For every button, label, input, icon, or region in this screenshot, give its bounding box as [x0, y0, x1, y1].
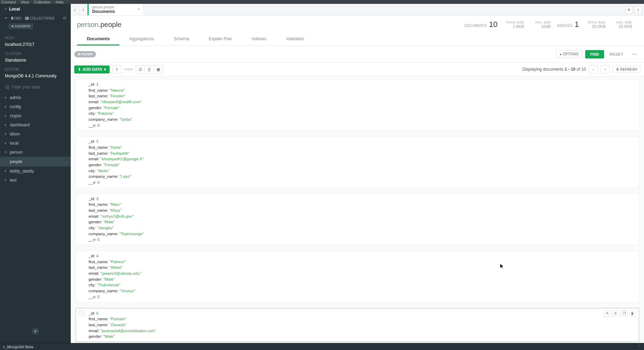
tab-overflow-button[interactable]: ›: [634, 6, 642, 14]
menu-connect[interactable]: Connect: [1, 0, 16, 4]
add-database-button[interactable]: +: [32, 328, 39, 335]
document-list: _id: 1first_name: "Nancie"last_name: "Fe…: [71, 76, 644, 343]
menubar: ConnectViewCollectionHelp: [0, 0, 644, 4]
collection-stats: DOCUMENTS 10 TOTAL SIZE1.6KB AVG. SIZE16…: [464, 20, 632, 29]
doc-field: company_name: "Geba": [89, 117, 634, 122]
filter-search[interactable]: [4, 83, 67, 91]
edit-icon[interactable]: ✎: [604, 310, 611, 317]
refresh-button[interactable]: ↻ REFRESH: [612, 66, 640, 73]
db-item-crypto[interactable]: crypto: [0, 111, 71, 120]
view-label: VIEW: [124, 68, 133, 71]
tab-indexes[interactable]: Indexes: [242, 33, 276, 46]
chevron-right-icon: [4, 179, 7, 182]
db-item-idiom[interactable]: idiom: [0, 130, 71, 139]
tab-aggregations[interactable]: Aggregations: [119, 33, 164, 46]
delete-icon[interactable]: 🗑: [629, 310, 636, 317]
doc-field: __v: 0: [89, 180, 634, 186]
doc-field: first_name: "Karia": [89, 145, 634, 150]
connection-name: Local: [0, 4, 71, 14]
document-card[interactable]: _id: 2first_name: "Karia"last_name: "Hud…: [76, 136, 639, 188]
db-item-teddy_daddy[interactable]: teddy_daddy: [0, 167, 71, 176]
doc-field: city: "Trubchevsk": [89, 282, 634, 288]
view-list-button[interactable]: ☰: [136, 65, 145, 74]
tab-person-people[interactable]: person.people Documents ✕: [88, 4, 144, 15]
sidebar-stats: 9 DBS 10 COLLECTIONS ⟳: [0, 14, 71, 22]
doc-field: city: "Patzicia": [89, 111, 634, 117]
edition-value: MongoDB 4.4.1 Community: [0, 74, 71, 81]
menu-collection[interactable]: Collection: [34, 0, 51, 4]
db-item-person[interactable]: person: [0, 148, 71, 157]
search-input[interactable]: [12, 85, 66, 90]
collection-item-people[interactable]: people…: [0, 157, 71, 167]
tab-bar: ‹ › person.people Documents ✕ + ›: [71, 4, 644, 16]
doc-field: __v: 0: [89, 294, 634, 300]
sidebar: Local 9 DBS 10 COLLECTIONS ⟳ ★ FAVORITE …: [0, 4, 71, 343]
chevron-right-icon: [4, 124, 7, 126]
host-value: localhost:27017: [0, 42, 71, 50]
view-json-button[interactable]: {}: [145, 65, 154, 74]
doc-field: email: "pwane3@utexas.edu": [89, 271, 634, 276]
doc-field: first_name: "Marc": [89, 202, 634, 208]
reset-button[interactable]: RESET: [607, 50, 626, 58]
db-item-test[interactable]: test: [0, 176, 71, 185]
doc-field: email: "nfessier0@rediff.com": [89, 99, 634, 105]
doc-field: gender: "Male": [89, 276, 634, 282]
db-item-admin[interactable]: admin: [0, 93, 71, 102]
db-item-config[interactable]: config: [0, 102, 71, 111]
reload-icon[interactable]: ⟳: [63, 16, 67, 21]
doc-field: last_name: "Wane": [89, 265, 634, 271]
mongosh-label: >_MongoSH Beta: [3, 345, 33, 349]
close-icon[interactable]: ✕: [137, 7, 140, 12]
tab-explain-plan[interactable]: Explain Plan: [199, 33, 242, 46]
more-menu-button[interactable]: ⋯: [629, 49, 640, 59]
doc-field: last_name: "Zanassi": [89, 322, 634, 328]
db-item-local[interactable]: local: [0, 139, 71, 148]
export-button[interactable]: ⇪: [112, 65, 122, 74]
mongosh-bar[interactable]: >_MongoSH Beta ⌃: [0, 343, 644, 350]
expand-button[interactable]: ›: [79, 310, 84, 316]
doc-field: email: "pzanassi4@ycombinator.com": [89, 328, 634, 334]
menu-help[interactable]: Help: [56, 0, 64, 4]
filter-bar: ⚙ FILTER ▸ OPTIONS FIND RESET ⋯: [71, 46, 644, 63]
options-button[interactable]: ▸ OPTIONS: [556, 50, 582, 58]
add-data-button[interactable]: ⬇ ADD DATA ▾: [74, 65, 110, 74]
new-tab-button[interactable]: +: [625, 6, 633, 14]
doc-field: _id: 1: [89, 82, 634, 88]
doc-field: city: "Alvito": [89, 168, 634, 174]
tab-validation[interactable]: Validation: [276, 33, 314, 46]
filter-pill[interactable]: ⚙ FILTER: [74, 51, 96, 57]
chevron-up-icon: ⌃: [638, 344, 641, 349]
clone-icon[interactable]: ❐: [621, 310, 628, 317]
tab-schema[interactable]: Schema: [164, 33, 199, 46]
doc-field: _id: 2: [89, 139, 634, 145]
favorite-button[interactable]: ★ FAVORITE: [8, 23, 33, 29]
document-card[interactable]: _id: 3first_name: "Marc"last_name: "Rhys…: [76, 194, 639, 245]
tab-title: Documents: [92, 9, 135, 14]
doc-field: __v: 0: [89, 122, 634, 128]
host-label: HOST: [0, 34, 71, 42]
tab-nav-back[interactable]: ‹: [71, 4, 79, 15]
tab-documents[interactable]: Documents: [77, 33, 119, 46]
doc-field: _id: 5: [89, 310, 634, 316]
doc-field: company_name: "Layo": [89, 174, 634, 180]
document-card[interactable]: ›✎⎘❐🗑_id: 5first_name: "Putnam"last_name…: [76, 308, 639, 342]
document-card[interactable]: _id: 4first_name: "Patricio"last_name: "…: [76, 251, 639, 302]
copy-icon[interactable]: ⎘: [612, 310, 619, 317]
page-next-button[interactable]: ›: [601, 65, 610, 74]
edition-label: EDITION: [0, 65, 71, 74]
doc-field: last_name: "Rhys": [89, 208, 634, 214]
collection-more-icon[interactable]: …: [61, 159, 67, 164]
document-card[interactable]: _id: 1first_name: "Nancie"last_name: "Fe…: [76, 79, 639, 131]
doc-field: __v: 0: [89, 237, 634, 243]
doc-field: last_name: "Hudspeth": [89, 150, 634, 156]
tab-nav-forward[interactable]: ›: [79, 4, 88, 15]
doc-field: first_name: "Putnam": [89, 316, 634, 322]
page-prev-button[interactable]: ‹: [589, 65, 598, 74]
menu-view[interactable]: View: [21, 0, 29, 4]
db-item-dashboard[interactable]: dashboard: [0, 120, 71, 130]
chevron-right-icon: [4, 170, 7, 173]
view-table-button[interactable]: ▦: [154, 65, 163, 74]
chevron-right-icon: [4, 114, 7, 117]
find-button[interactable]: FIND: [585, 50, 604, 58]
pager-text: Displaying documents 1 - 10 of 10: [522, 67, 586, 72]
